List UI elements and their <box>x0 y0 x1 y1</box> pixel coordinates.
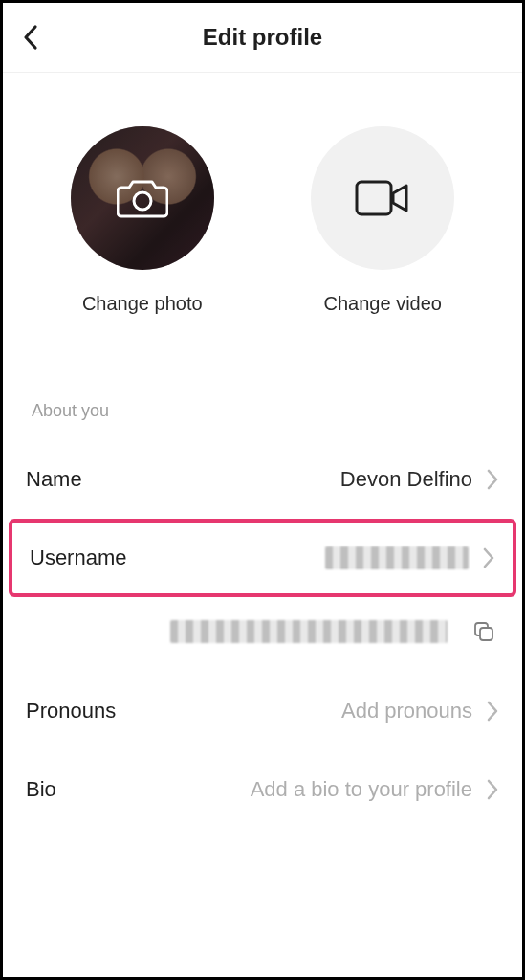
change-video[interactable]: Change video <box>311 126 454 315</box>
username-value-redacted <box>325 546 469 569</box>
chevron-right-icon <box>486 469 499 490</box>
copy-link-button[interactable] <box>472 620 495 643</box>
profile-link-redacted <box>170 620 448 643</box>
video-icon <box>355 178 410 218</box>
change-photo-label: Change photo <box>82 293 203 315</box>
chevron-right-icon <box>482 547 495 568</box>
change-photo[interactable]: Change photo <box>71 126 214 315</box>
bio-placeholder: Add a bio to your profile <box>251 777 486 802</box>
edit-profile-screen: Edit profile Change photo Chang <box>0 0 525 980</box>
row-profile-link <box>3 597 522 672</box>
settings-list: Name Devon Delfino Username <box>3 440 522 829</box>
pronouns-placeholder: Add pronouns <box>341 699 486 724</box>
section-about-you: About you <box>3 315 522 440</box>
video-placeholder <box>311 126 454 270</box>
svg-rect-2 <box>480 628 492 640</box>
media-row: Change photo Change video <box>3 73 522 315</box>
row-bio[interactable]: Bio Add a bio to your profile <box>3 750 522 829</box>
page-title: Edit profile <box>22 24 503 51</box>
username-label: Username <box>30 546 126 570</box>
chevron-right-icon <box>486 779 499 800</box>
avatar <box>71 126 214 270</box>
svg-point-0 <box>134 192 151 210</box>
name-label: Name <box>26 467 82 492</box>
copy-icon <box>472 620 495 643</box>
change-video-label: Change video <box>324 293 442 315</box>
row-username[interactable]: Username <box>9 519 516 597</box>
header: Edit profile <box>3 3 522 73</box>
row-name[interactable]: Name Devon Delfino <box>3 440 522 519</box>
chevron-right-icon <box>486 701 499 722</box>
camera-icon <box>117 177 168 219</box>
pronouns-label: Pronouns <box>26 699 116 724</box>
name-value: Devon Delfino <box>340 467 486 492</box>
bio-label: Bio <box>26 777 56 802</box>
svg-rect-1 <box>357 182 391 214</box>
row-pronouns[interactable]: Pronouns Add pronouns <box>3 672 522 750</box>
